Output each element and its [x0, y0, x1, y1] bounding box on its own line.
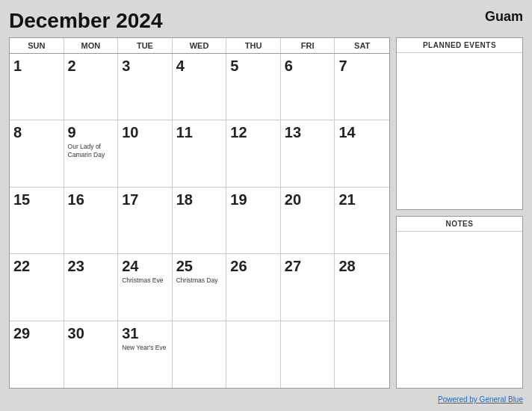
calendar-cell: 7	[335, 54, 389, 120]
footer: Powered by General Blue	[9, 392, 523, 405]
cell-day-number: 10	[122, 123, 138, 141]
calendar-section: SUN MON TUE WED THU FRI SAT 123456789Our…	[9, 37, 390, 389]
calendar-cell: 28	[335, 254, 389, 321]
cell-day-number: 11	[176, 123, 193, 141]
cell-event-label: Our Lady of Camarin Day	[68, 143, 114, 159]
calendar-cell: 17	[118, 188, 173, 254]
cell-day-number: 28	[338, 257, 355, 275]
day-header-wed: WED	[173, 38, 227, 53]
calendar-cell: 9Our Lady of Camarin Day	[64, 120, 119, 187]
cell-day-number: 4	[176, 57, 185, 75]
cell-event-label: Christmas Eve	[122, 276, 163, 285]
calendar-cell: 1	[10, 54, 64, 120]
calendar-cell	[226, 321, 281, 388]
cell-day-number: 17	[122, 191, 138, 208]
country-title: Guam	[485, 9, 523, 25]
cell-day-number: 2	[68, 57, 76, 75]
calendar-cell: 20	[281, 188, 335, 254]
day-header-mon: MON	[64, 38, 119, 53]
cell-day-number: 9	[68, 123, 76, 141]
cell-day-number: 19	[230, 191, 247, 208]
calendar-cell: 30	[64, 321, 119, 388]
cell-day-number: 18	[176, 191, 193, 208]
planned-events-content	[397, 53, 522, 209]
cell-day-number: 14	[338, 123, 355, 141]
cell-day-number: 21	[338, 191, 355, 208]
page: December 2024 Guam SUN MON TUE WED THU F…	[0, 0, 532, 411]
cell-day-number: 27	[285, 257, 301, 275]
cell-day-number: 16	[68, 191, 84, 208]
calendar-cell: 11	[173, 120, 227, 187]
day-header-sun: SUN	[10, 38, 64, 53]
calendar-cell: 29	[10, 321, 64, 388]
calendar-cell	[173, 321, 227, 388]
planned-events-box: PLANNED EVENTS	[396, 37, 523, 210]
calendar-cell: 23	[64, 254, 119, 321]
calendar-cell: 27	[281, 254, 335, 321]
cell-day-number: 22	[13, 257, 30, 275]
calendar-cell: 6	[281, 54, 335, 120]
cell-day-number: 13	[285, 123, 301, 141]
day-header-thu: THU	[226, 38, 281, 53]
cell-day-number: 20	[285, 191, 301, 208]
calendar-cell: 26	[226, 254, 281, 321]
day-header-fri: FRI	[281, 38, 335, 53]
calendar-cell: 16	[64, 188, 119, 254]
day-header-sat: SAT	[335, 38, 389, 53]
cell-day-number: 29	[13, 324, 30, 342]
planned-events-header: PLANNED EVENTS	[397, 38, 522, 53]
cell-day-number: 25	[176, 257, 193, 275]
calendar-cell: 5	[226, 54, 281, 120]
cell-day-number: 26	[230, 257, 247, 275]
calendar-cell	[335, 321, 389, 388]
calendar-cell: 25Christmas Day	[173, 254, 227, 321]
calendar-cell	[281, 321, 335, 388]
day-header-tue: TUE	[118, 38, 173, 53]
cell-day-number: 7	[338, 57, 347, 75]
calendar-cell: 13	[281, 120, 335, 187]
calendar-cell: 8	[10, 120, 64, 187]
calendar-cell: 10	[118, 120, 173, 187]
cell-day-number: 8	[13, 123, 22, 141]
calendar-grid: 123456789Our Lady of Camarin Day10111213…	[10, 54, 389, 388]
calendar-cell: 21	[335, 188, 389, 254]
cell-day-number: 3	[122, 57, 130, 75]
day-headers: SUN MON TUE WED THU FRI SAT	[10, 38, 389, 54]
calendar-cell: 31New Year's Eve	[118, 321, 173, 388]
main-content: SUN MON TUE WED THU FRI SAT 123456789Our…	[9, 37, 523, 389]
cell-day-number: 30	[68, 324, 84, 342]
side-section: PLANNED EVENTS NOTES	[396, 37, 523, 389]
cell-event-label: Christmas Day	[176, 276, 218, 285]
calendar-cell: 22	[10, 254, 64, 321]
calendar-cell: 19	[226, 188, 281, 254]
cell-day-number: 12	[230, 123, 247, 141]
month-title: December 2024	[9, 9, 162, 33]
calendar-cell: 18	[173, 188, 227, 254]
cell-day-number: 23	[68, 257, 84, 275]
powered-by-link[interactable]: Powered by General Blue	[438, 395, 523, 404]
cell-day-number: 24	[122, 257, 138, 275]
cell-day-number: 5	[230, 57, 238, 75]
calendar-cell: 4	[173, 54, 227, 120]
cell-day-number: 6	[285, 57, 293, 75]
cell-day-number: 15	[13, 191, 30, 208]
cell-event-label: New Year's Eve	[122, 344, 166, 352]
top-header: December 2024 Guam	[9, 9, 523, 33]
cell-day-number: 1	[13, 57, 22, 75]
calendar-cell: 2	[64, 54, 119, 120]
calendar-cell: 3	[118, 54, 173, 120]
calendar-cell: 12	[226, 120, 281, 187]
calendar-cell: 15	[10, 188, 64, 254]
cell-day-number: 31	[122, 324, 138, 342]
calendar-cell: 24Christmas Eve	[118, 254, 173, 321]
notes-box: NOTES	[396, 216, 523, 389]
notes-content	[397, 232, 522, 388]
calendar-cell: 14	[335, 120, 389, 187]
notes-header: NOTES	[397, 217, 522, 232]
